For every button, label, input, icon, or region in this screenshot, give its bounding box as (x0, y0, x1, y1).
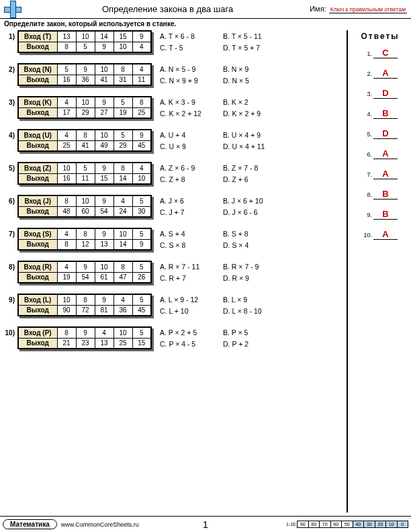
choice-option: A. R × 7 - 11 (160, 261, 211, 273)
choices: A. Z × 6 - 9B. Z × 7 - 8C. Z + 8D. Z + 6 (160, 162, 274, 185)
choice-option: D. N × 5 (223, 75, 274, 87)
problem: 1)Вход (T)131014159Выход859104A. T × 6 -… (3, 30, 342, 54)
answer-row: 10.A (351, 229, 410, 240)
input-cell: 5 (113, 97, 132, 107)
input-cell: 10 (57, 294, 76, 305)
output-cell: 45 (132, 305, 151, 316)
output-label: Выход (18, 140, 57, 151)
choice-option: D. K × 2 + 9 (223, 108, 274, 120)
input-cell: 4 (113, 294, 132, 305)
input-cell: 9 (132, 130, 151, 140)
input-cell: 9 (76, 261, 95, 272)
answer-value: C (373, 48, 398, 58)
output-cell: 21 (57, 338, 76, 349)
answer-number: 8. (363, 191, 372, 198)
io-table: Вход (U)481059Выход2541492945 (17, 129, 152, 152)
choices: A. R × 7 - 11B. R × 7 - 9C. R + 7D. R × … (160, 261, 274, 284)
output-cell: 90 (57, 305, 76, 316)
input-cell: 8 (76, 228, 95, 239)
io-table: Вход (P)894105Выход2123132515 (17, 326, 152, 349)
problem-number: 9) (3, 294, 17, 304)
problem-number: 7) (3, 228, 17, 238)
input-cell: 8 (76, 294, 95, 305)
problem: 10)Вход (P)894105Выход2123132515A. P × 2… (3, 326, 342, 350)
output-cell: 61 (95, 272, 113, 283)
output-cell: 60 (76, 206, 95, 217)
output-cell: 41 (76, 140, 95, 151)
choice-option: B. L × 9 (223, 294, 274, 306)
score-cell: 60 (330, 521, 342, 528)
input-cell: 8 (76, 130, 95, 140)
input-cell: 9 (95, 228, 113, 239)
input-cell: 10 (76, 195, 95, 206)
input-cell: 5 (113, 130, 132, 140)
problem: 6)Вход (J)810945Выход4860542430A. J × 6B… (3, 195, 342, 218)
answer-number: 7. (363, 171, 372, 178)
io-table: Вход (N)591084Выход1636413111 (17, 63, 152, 86)
choice-option: C. K × 2 + 12 (160, 108, 211, 120)
input-label: Вход (P) (18, 327, 57, 338)
input-cell: 4 (57, 97, 76, 107)
choice-option: C. S × 8 (160, 240, 211, 251)
input-cell: 13 (57, 31, 76, 42)
input-cell: 10 (76, 31, 95, 42)
problems-area: 1)Вход (T)131014159Выход859104A. T × 6 -… (0, 30, 347, 513)
output-cell: 49 (95, 140, 113, 151)
output-cell: 27 (95, 107, 113, 118)
output-cell: 24 (113, 206, 132, 217)
answer-row: 2.A (351, 68, 410, 79)
answers-column: Ответы 1.C2.A3.D4.B5.D6.A7.A8.B9.B10.A (347, 30, 411, 513)
input-cell: 4 (57, 228, 76, 239)
output-cell: 25 (132, 107, 151, 118)
output-cell: 41 (95, 75, 113, 85)
choice-option: C. Z + 8 (160, 174, 211, 185)
input-cell: 5 (132, 195, 151, 206)
output-cell: 12 (76, 239, 95, 250)
site-url: www.CommonCoreSheets.ru (61, 521, 139, 528)
problem: 5)Вход (Z)105984Выход1611151410A. Z × 6 … (3, 162, 342, 185)
choices: A. U + 4B. U × 4 + 9C. U × 9D. U × 4 + 1… (160, 129, 274, 152)
answer-row: 8.B (351, 189, 410, 200)
input-label: Вход (L) (18, 294, 57, 305)
input-label: Вход (J) (18, 195, 57, 206)
answer-number: 4. (363, 111, 372, 118)
output-cell: 15 (95, 173, 113, 184)
input-cell: 8 (113, 261, 132, 272)
input-label: Вход (R) (18, 261, 57, 272)
output-cell: 8 (57, 239, 76, 250)
choice-option: D. R × 9 (223, 273, 274, 284)
input-cell: 9 (76, 327, 95, 338)
input-cell: 8 (113, 64, 132, 75)
answer-value: A (373, 148, 398, 159)
output-cell: 15 (132, 338, 151, 349)
output-label: Выход (18, 42, 57, 52)
output-label: Выход (18, 107, 57, 118)
answer-value: A (373, 229, 398, 240)
output-cell: 48 (57, 206, 76, 217)
input-cell: 9 (95, 163, 113, 173)
answer-number: 1. (363, 50, 372, 57)
input-cell: 9 (95, 294, 113, 305)
input-cell: 5 (132, 327, 151, 338)
io-table: Вход (T)131014159Выход859104 (17, 30, 152, 53)
input-cell: 15 (113, 31, 132, 42)
output-label: Выход (18, 75, 57, 85)
answer-value: A (373, 68, 398, 79)
problem-number: 3) (3, 96, 17, 106)
output-cell: 54 (95, 206, 113, 217)
answer-key-text: Ключ к правильным ответам (329, 6, 407, 13)
choice-option: B. T × 5 - 11 (223, 31, 274, 42)
output-cell: 45 (132, 140, 151, 151)
output-cell: 16 (57, 173, 76, 184)
choices: A. P × 2 + 5B. P × 5C. P × 4 - 5D. P + 2 (160, 326, 274, 350)
answer-number: 6. (363, 151, 372, 158)
choice-option: B. Z × 7 - 8 (223, 163, 274, 174)
output-cell: 8 (57, 42, 76, 52)
input-cell: 8 (113, 163, 132, 173)
problem: 4)Вход (U)481059Выход2541492945A. U + 4B… (3, 129, 342, 152)
answers-title: Ответы (351, 32, 410, 41)
input-cell: 10 (113, 228, 132, 239)
output-cell: 4 (132, 42, 151, 52)
choice-option: A. P × 2 + 5 (160, 327, 211, 339)
answer-row: 5.D (351, 128, 410, 139)
